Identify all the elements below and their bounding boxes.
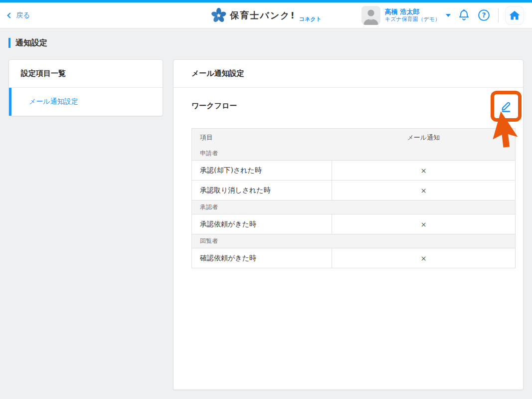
- caret-down-icon: [446, 14, 451, 17]
- edit-pencil-icon: [499, 99, 513, 113]
- group-label: 申請者: [192, 147, 516, 161]
- sidebar-item-mail-notification[interactable]: メール通知設定: [9, 88, 163, 116]
- table-header-row: 項目 メール通知: [192, 129, 516, 147]
- home-icon: [509, 9, 521, 21]
- header-divider: [498, 8, 499, 22]
- section-title-workflow: ワークフロー: [191, 101, 237, 111]
- question-icon: ?: [477, 8, 491, 22]
- row-mail-status: ×: [332, 248, 516, 268]
- row-item: 承認取り消しされた時: [192, 181, 332, 200]
- page-title: 通知設定: [15, 38, 47, 48]
- chevron-left-icon: [7, 12, 12, 18]
- table-group-row: 回覧者: [192, 234, 516, 248]
- table-row: 承認取り消しされた時 ×: [192, 181, 516, 200]
- help-button[interactable]: ?: [476, 8, 492, 22]
- notifications-button[interactable]: [456, 8, 472, 22]
- sakura-logo-icon: [210, 7, 226, 23]
- sidebar-title: 設定項目一覧: [9, 60, 163, 88]
- table-row: 承認依頼がきた時 ×: [192, 214, 516, 234]
- bell-icon: [457, 8, 471, 22]
- title-accent-bar: [8, 38, 10, 48]
- table-row: 承認(却下)された時 ×: [192, 161, 516, 181]
- column-header-item: 項目: [192, 129, 332, 147]
- app-logo: 保育士バンク! コネクト: [210, 7, 322, 23]
- workflow-notification-table: 項目 メール通知 申請者 承認(却下)された時 × 承認取り消しされた時 × 承…: [191, 128, 516, 268]
- group-label: 承認者: [192, 200, 516, 214]
- back-button[interactable]: 戻る: [8, 11, 30, 20]
- row-item: 承認依頼がきた時: [192, 214, 332, 234]
- mail-notification-panel: メール通知設定 ワークフロー 項目 メール通知: [173, 59, 524, 390]
- panel-title: メール通知設定: [174, 60, 523, 88]
- row-mail-status: ×: [332, 161, 516, 181]
- column-header-mail: メール通知: [332, 129, 516, 147]
- edit-workflow-button[interactable]: [499, 99, 513, 113]
- row-mail-status: ×: [332, 214, 516, 234]
- table-group-row: 申請者: [192, 147, 516, 161]
- app-header: 戻る 保育士バンク! コネクト: [0, 2, 532, 28]
- logo-text: 保育士バンク!: [230, 9, 295, 21]
- user-name: 高橋 浩太郎: [385, 8, 440, 16]
- user-info: 高橋 浩太郎 キズナ保育園（デモ）: [385, 8, 440, 23]
- svg-text:?: ?: [482, 11, 486, 19]
- table-group-row: 承認者: [192, 200, 516, 214]
- home-button[interactable]: [505, 6, 524, 25]
- table-row: 確認依頼がきた時 ×: [192, 248, 516, 268]
- settings-sidebar: 設定項目一覧 メール通知設定: [8, 59, 163, 116]
- user-menu[interactable]: 高橋 浩太郎 キズナ保育園（デモ）: [361, 6, 452, 25]
- avatar: [361, 6, 380, 25]
- user-organization: キズナ保育園（デモ）: [385, 16, 440, 23]
- logo-suffix: コネクト: [299, 15, 322, 23]
- back-label: 戻る: [16, 11, 30, 20]
- group-label: 回覧者: [192, 234, 516, 248]
- row-item: 確認依頼がきた時: [192, 248, 332, 268]
- row-mail-status: ×: [332, 181, 516, 200]
- tutorial-highlight-box: [491, 91, 522, 122]
- row-item: 承認(却下)された時: [192, 161, 332, 181]
- sidebar-item-label: メール通知設定: [29, 97, 78, 105]
